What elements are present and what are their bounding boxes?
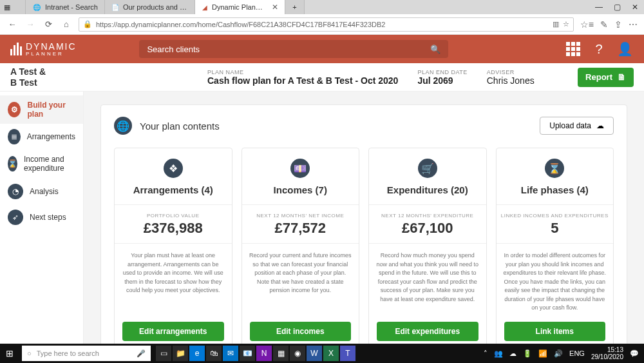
ie-icon: ▦ — [4, 3, 10, 12]
window-maximize[interactable]: ▢ — [608, 0, 626, 14]
window-minimize[interactable]: — — [590, 0, 608, 14]
gear-icon: ⚙ — [8, 102, 21, 117]
basket-icon: 🛒 — [418, 159, 437, 178]
tab-favicon: ◢ — [202, 3, 208, 12]
card-life-phases: ⌛ Life phases (4) LINKED INCOMES AND EXP… — [496, 148, 614, 344]
browser-toolbar: ← → ⟳ ⌂ 🔒 https://app.dynamicplanner.com… — [0, 14, 644, 35]
share-icon[interactable]: ⇪ — [614, 19, 622, 30]
sidebar-item-analysis[interactable]: ◔ Analysis — [0, 179, 83, 204]
layers-icon: ❖ — [164, 159, 183, 178]
favorites-icon[interactable]: ☆≡ — [580, 19, 594, 30]
app-icon[interactable]: ▦ — [273, 346, 289, 361]
notes-icon[interactable]: ✎ — [600, 19, 608, 30]
card-expenditures: 🛒 Expenditures (20) NEXT 12 MONTHS' EXPE… — [368, 148, 487, 344]
link-items-button[interactable]: Link items — [504, 322, 606, 341]
hourglass-icon: ⌛ — [8, 156, 17, 172]
brand-bars-icon — [10, 43, 22, 55]
tab-title: Our products and services - — [123, 3, 188, 11]
reader-icon[interactable]: ▥ — [553, 20, 559, 28]
file-explorer-icon[interactable]: 📁 — [173, 346, 188, 361]
outlook-icon[interactable]: ✉ — [223, 346, 238, 361]
more-icon[interactable]: ⋯ — [629, 19, 638, 30]
browser-tab-0[interactable]: 🌐 Intranet - Search — [26, 0, 105, 14]
tray-chevron-icon[interactable]: ˄ — [484, 349, 488, 358]
edge-icon[interactable]: e — [189, 346, 205, 361]
task-view-icon[interactable]: ▭ — [156, 346, 171, 361]
report-button[interactable]: Report 🗎 — [578, 68, 634, 87]
search-placeholder: Search clients — [147, 44, 200, 54]
lang-icon[interactable]: ENG — [569, 349, 585, 357]
help-icon[interactable]: ? — [590, 40, 608, 58]
teams-icon[interactable]: T — [340, 346, 355, 361]
url-bar[interactable]: 🔒 https://app.dynamicplanner.com/home/Ca… — [79, 17, 574, 32]
clock[interactable]: 15:13 29/10/2020 — [591, 346, 623, 360]
volume-icon[interactable]: 🔊 — [554, 349, 563, 358]
onenote-icon[interactable]: N — [256, 346, 272, 361]
card-incomes: 💷 Incomes (7) NEXT 12 MONTHS' NET INCOME… — [242, 148, 360, 344]
window-close[interactable]: ✕ — [626, 0, 644, 14]
wifi-icon[interactable]: 📶 — [538, 349, 547, 358]
battery-icon[interactable]: 🔋 — [523, 349, 532, 358]
search-icon: 🔍 — [430, 44, 440, 54]
favorite-icon[interactable]: ☆ — [563, 20, 569, 28]
toolbar-extensions: ☆≡ ✎ ⇪ ⋯ — [580, 19, 638, 30]
profile-icon[interactable]: 👤 — [616, 40, 634, 58]
taskbar-search[interactable]: ○ Type here to search 🎤 — [22, 346, 151, 361]
sidebar-item-next-steps[interactable]: ➶ Next steps — [0, 204, 83, 230]
edit-arrangements-button[interactable]: Edit arrangements — [122, 322, 224, 341]
people-icon[interactable]: 👥 — [494, 349, 503, 358]
refresh-icon[interactable]: ⟳ — [43, 19, 54, 29]
onedrive-icon[interactable]: ☁ — [509, 349, 516, 358]
card-arrangements: ❖ Arrangements (4) PORTFOLIO VALUE £376,… — [114, 148, 232, 344]
mail-icon[interactable]: 📧 — [240, 346, 255, 361]
sidebar: ⚙ Build your plan ≣ Arrangements ⌛ Incom… — [0, 92, 84, 344]
document-icon: 🗎 — [618, 72, 626, 82]
tab-favicon: 🌐 — [32, 3, 41, 12]
new-tab-button[interactable]: + — [285, 0, 305, 14]
chrome-icon[interactable]: ◉ — [290, 346, 305, 361]
chart-icon: ◔ — [8, 184, 23, 199]
search-icon: ○ — [27, 349, 32, 357]
browser-tab-2[interactable]: ◢ Dynamic Planner - Plan ✕ — [195, 0, 285, 14]
browser-tab-1[interactable]: 📄 Our products and services - — [105, 0, 195, 14]
store-icon[interactable]: 🛍 — [206, 346, 222, 361]
home-icon[interactable]: ⌂ — [61, 19, 72, 29]
compass-icon: ➶ — [8, 210, 23, 225]
back-icon[interactable]: ← — [6, 19, 18, 29]
start-button[interactable]: ⊞ — [0, 348, 19, 358]
brand-logo[interactable]: DYNAMIC PLANNER — [10, 42, 77, 57]
forward-icon[interactable]: → — [24, 19, 36, 29]
tab-favicon: 📄 — [111, 3, 119, 12]
brand-subtitle: PLANNER — [26, 51, 77, 57]
content-area: 🌐 Your plan contents Upload data ☁ ❖ Arr… — [84, 92, 644, 344]
sidebar-item-arrangements[interactable]: ≣ Arrangements — [0, 124, 83, 150]
tab-title: Dynamic Planner - Plan — [212, 3, 265, 11]
search-input[interactable]: Search clients 🔍 — [139, 40, 448, 58]
url-text: https://app.dynamicplanner.com/home/Cash… — [96, 21, 385, 28]
apps-icon[interactable] — [564, 40, 582, 58]
edit-expenditures-button[interactable]: Edit expenditures — [377, 322, 478, 341]
edit-incomes-button[interactable]: Edit incomes — [250, 322, 352, 341]
cards-grid: ❖ Arrangements (4) PORTFOLIO VALUE £376,… — [114, 148, 614, 344]
upload-data-button[interactable]: Upload data ☁ — [540, 117, 614, 135]
cloud-upload-icon: ☁ — [596, 121, 604, 130]
system-tab: ▦ — [0, 0, 26, 14]
plan-meta-row: A Test & B Test PLAN NAME Cash flow plan… — [0, 63, 644, 92]
system-tray: ˄ 👥 ☁ 🔋 📶 🔊 ENG 15:13 29/10/2020 💬 — [478, 346, 644, 360]
brand-title: DYNAMIC — [26, 42, 77, 51]
tab-title: Intranet - Search — [45, 3, 98, 11]
globe-icon: 🌐 — [114, 117, 132, 135]
word-icon[interactable]: W — [307, 346, 322, 361]
mic-icon: 🎤 — [137, 349, 146, 358]
plan-end-block: PLAN END DATE Jul 2069 — [417, 69, 467, 86]
panel-title: Your plan contents — [140, 121, 220, 132]
excel-icon[interactable]: X — [323, 346, 339, 361]
close-icon[interactable]: ✕ — [272, 3, 278, 12]
sidebar-item-build[interactable]: ⚙ Build your plan — [0, 95, 83, 124]
taskbar-apps: ▭ 📁 e 🛍 ✉ 📧 N ▦ ◉ W X T — [156, 346, 355, 361]
notifications-icon[interactable]: 💬 — [630, 349, 639, 358]
plan-name-block: PLAN NAME Cash flow plan for A Test & B … — [207, 69, 398, 86]
sidebar-item-income[interactable]: ⌛ Income and expenditure — [0, 150, 83, 179]
hourglass-icon: ⌛ — [545, 159, 564, 178]
money-icon: 💷 — [290, 159, 310, 178]
